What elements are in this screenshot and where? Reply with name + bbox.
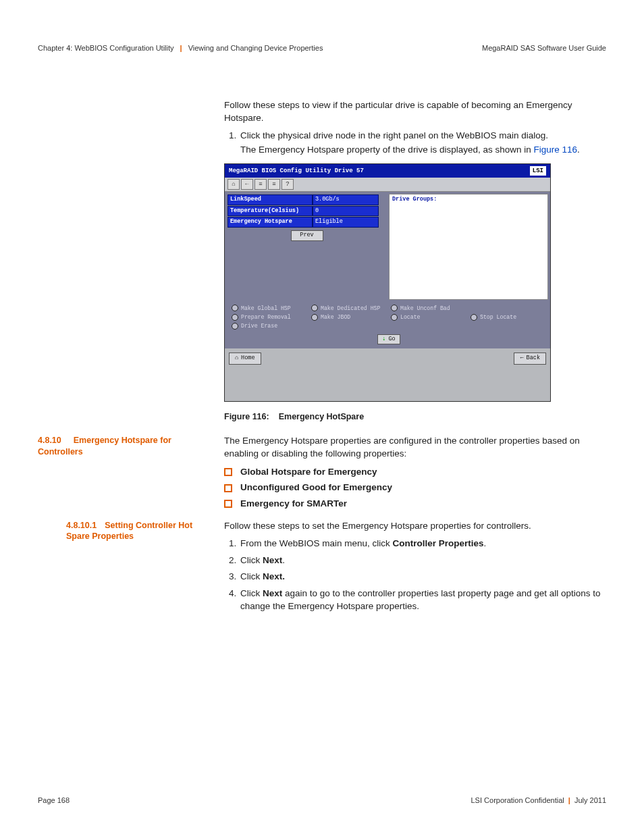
option-prepare-removal[interactable]: Prepare Removal: [232, 313, 307, 321]
property-row: Temperature(Celsius) 0: [227, 206, 386, 217]
shot-brand-logo: LSI: [530, 166, 546, 176]
option-make-dedicated-hsp[interactable]: Make Dedicated HSP: [311, 305, 387, 312]
section-heading-4-8-10: 4.8.10Emergency Hotspare for Controllers: [38, 435, 212, 458]
footer-page-number: Page 168: [38, 796, 70, 804]
shot-window-title: MegaRAID BIOS Config Utility Drive 57: [229, 167, 364, 175]
controller-steps-list: From the WebBIOS main menu, click Contro…: [224, 538, 606, 613]
home-button[interactable]: ⌂Home: [229, 353, 261, 365]
bullet-icon: [224, 468, 232, 476]
section-4-8-10-intro: The Emergency Hotspare properties are co…: [224, 435, 606, 460]
option-stop-locate[interactable]: Stop Locate: [471, 313, 546, 321]
footer-separator: |: [566, 796, 572, 804]
prev-button[interactable]: Prev: [291, 230, 323, 241]
intro-step-1: Click the physical drive node in the rig…: [239, 130, 606, 156]
footer-date: July 2011: [574, 796, 606, 804]
figure-116-link[interactable]: Figure 116: [533, 145, 577, 155]
section-heading-4-8-10-1: 4.8.10.1Setting Controller Hot Spare Pro…: [66, 520, 212, 543]
toolbar-icon[interactable]: ≡: [268, 179, 280, 190]
hotspare-property-list: Global Hotspare for Emergency Unconfigur…: [224, 466, 606, 511]
option-make-jbod[interactable]: Make JBOD: [311, 313, 387, 321]
figure-caption: Figure 116:Emergency HotSpare: [224, 411, 606, 423]
option-make-unconf-bad[interactable]: Make Unconf Bad: [391, 305, 466, 312]
property-row: LinkSpeed 3.0Gb/s: [227, 194, 386, 205]
step-2: Click Next.: [239, 554, 606, 567]
shot-toolbar: ⌂ ← ≡ ≡ ?: [225, 178, 550, 192]
step-4: Click Next again to go to the controller…: [239, 588, 606, 613]
property-row: Emergency Hotspare Eligible: [227, 217, 386, 228]
screenshot-figure-116: MegaRAID BIOS Config Utility Drive 57 LS…: [224, 163, 551, 402]
step-3: Click Next.: [239, 571, 606, 583]
go-button[interactable]: ⇣Go: [377, 334, 400, 345]
header-separator: |: [178, 44, 184, 52]
help-icon[interactable]: ?: [281, 179, 294, 190]
header-chapter: Chapter 4: WebBIOS Configuration Utility: [38, 44, 174, 52]
option-locate[interactable]: Locate: [391, 313, 466, 321]
bullet-icon: [224, 484, 232, 492]
page-footer: Page 168 LSI Corporation Confidential | …: [38, 796, 606, 804]
header-section: Viewing and Changing Device Properties: [188, 44, 323, 52]
footer-confidential: LSI Corporation Confidential: [471, 796, 564, 804]
page-header: Chapter 4: WebBIOS Configuration Utility…: [38, 44, 606, 52]
intro-paragraph: Follow these steps to view if the partic…: [224, 99, 606, 124]
step-1: From the WebBIOS main menu, click Contro…: [239, 538, 606, 550]
section-4-8-10-1-intro: Follow these steps to set the Emergency …: [224, 520, 606, 533]
home-icon[interactable]: ⌂: [227, 179, 240, 190]
toolbar-icon[interactable]: ≡: [254, 179, 267, 190]
drive-groups-panel: Drive Groups:: [389, 194, 548, 300]
header-doc-title: MegaRAID SAS Software User Guide: [482, 44, 606, 52]
back-button[interactable]: ←Back: [514, 353, 546, 365]
bullet-icon: [224, 500, 232, 508]
option-make-global-hsp[interactable]: Make Global HSP: [232, 305, 307, 312]
back-arrow-icon[interactable]: ←: [241, 179, 253, 190]
option-drive-erase[interactable]: Drive Erase: [232, 322, 307, 330]
